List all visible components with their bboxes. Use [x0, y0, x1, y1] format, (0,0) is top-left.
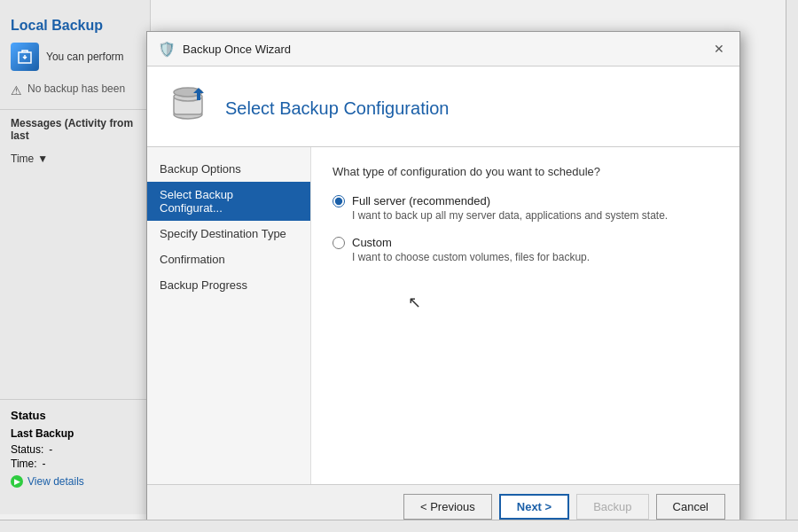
radio-group: Full server (recommended) I want to back…	[332, 194, 718, 263]
full-server-label-row: Full server (recommended)	[332, 194, 718, 207]
status-section: Status Last Backup Status: - Time: - ▶ V…	[0, 399, 151, 497]
nav-item-select-backup[interactable]: Select Backup Configurat...	[147, 182, 310, 221]
dialog-nav: Backup Options Select Backup Configurat.…	[147, 147, 311, 484]
full-server-radio[interactable]	[332, 195, 345, 207]
messages-label: Messages (Activity from last	[11, 117, 133, 142]
backup-button[interactable]: Backup	[576, 494, 648, 520]
nav-item-progress[interactable]: Backup Progress	[147, 272, 310, 298]
sidebar-title: Local Backup	[0, 9, 150, 38]
last-backup-title: Last Backup	[11, 427, 140, 440]
dialog-content: What type of configuration do you want t…	[311, 147, 739, 484]
time-sort-icon: ▼	[37, 153, 48, 165]
time-value: -	[43, 458, 46, 470]
sidebar-desc: You can perform	[46, 51, 124, 63]
status-row: Status: -	[11, 443, 140, 456]
nav-item-backup-options[interactable]: Backup Options	[147, 156, 310, 182]
dialog-body: Backup Options Select Backup Configurat.…	[147, 147, 739, 484]
warning-text: No backup has been	[27, 82, 125, 95]
custom-radio[interactable]	[332, 237, 345, 249]
dialog-header: Select Backup Configuration	[147, 66, 739, 147]
dialog-header-title: Select Backup Configuration	[225, 98, 449, 119]
nav-item-confirmation[interactable]: Confirmation	[147, 246, 310, 272]
content-question: What type of configuration do you want t…	[332, 165, 718, 178]
nav-item-destination[interactable]: Specify Destination Type	[147, 221, 310, 246]
messages-section: Messages (Activity from last	[0, 109, 150, 149]
time-column-label: Time	[11, 153, 34, 165]
status-title: Status	[11, 409, 140, 422]
next-button[interactable]: Next >	[499, 494, 569, 520]
view-details-link[interactable]: ▶ View details	[11, 475, 140, 488]
wizard-title-icon: 🛡️	[158, 41, 176, 58]
full-server-desc: I want to back up all my server data, ap…	[352, 209, 718, 222]
backup-wizard-dialog: 🛡️ Backup Once Wizard ✕ Select Backup Co…	[146, 31, 740, 529]
custom-label-row: Custom	[332, 236, 718, 249]
dialog-header-icon	[165, 81, 211, 136]
time-label: Time:	[11, 458, 37, 470]
status-label: Status:	[11, 443, 43, 456]
dialog-title-left: 🛡️ Backup Once Wizard	[158, 41, 291, 58]
warning-row: ⚠ No backup has been	[0, 75, 150, 105]
dialog-close-button[interactable]: ✕	[709, 39, 729, 59]
status-value: -	[49, 443, 52, 456]
sidebar: Local Backup You can perform ⚠ No backup…	[0, 0, 151, 514]
sidebar-icon-row: You can perform	[0, 38, 150, 75]
view-details-icon: ▶	[11, 475, 23, 488]
previous-button[interactable]: < Previous	[403, 494, 492, 520]
custom-label[interactable]: Custom	[352, 236, 392, 249]
cancel-button[interactable]: Cancel	[656, 494, 725, 520]
time-row: Time: -	[11, 458, 140, 470]
full-server-option: Full server (recommended) I want to back…	[332, 194, 718, 222]
scrollbar-bottom[interactable]	[0, 520, 798, 532]
custom-option: Custom I want to choose custom volumes, …	[332, 236, 718, 263]
scrollbar-right[interactable]	[786, 0, 798, 520]
full-server-label[interactable]: Full server (recommended)	[352, 194, 490, 207]
warning-icon: ⚠	[11, 83, 22, 98]
dialog-title-text: Backup Once Wizard	[183, 43, 291, 56]
dialog-titlebar: 🛡️ Backup Once Wizard ✕	[147, 32, 739, 66]
view-details-label: View details	[27, 475, 84, 488]
custom-desc: I want to choose custom volumes, files f…	[352, 251, 718, 263]
time-header[interactable]: Time ▼	[0, 149, 150, 168]
backup-icon	[11, 43, 39, 71]
